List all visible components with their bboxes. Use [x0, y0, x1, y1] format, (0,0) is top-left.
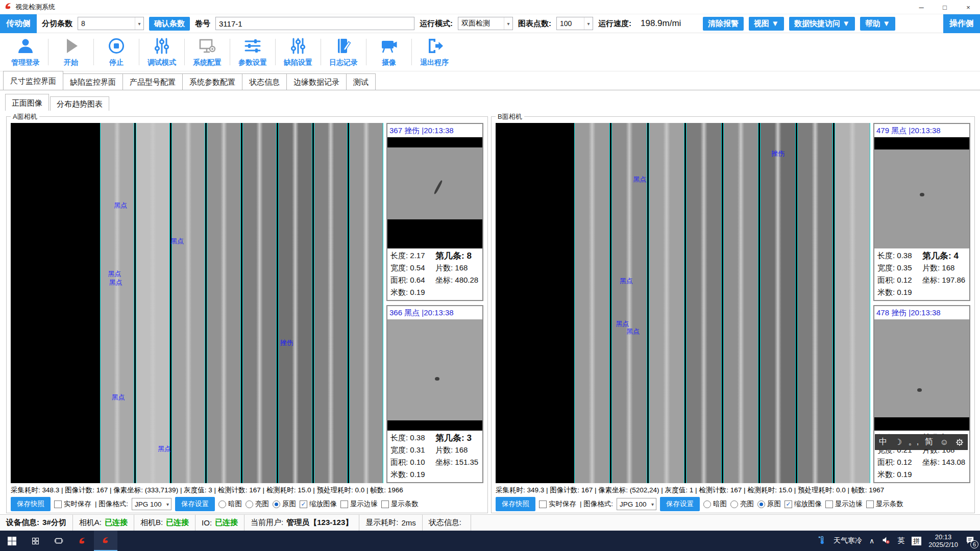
app-grid-icon[interactable]: [23, 531, 47, 551]
film-strip: [100, 123, 134, 483]
defect-card-header: 478 挫伤 |20:13:38: [874, 306, 969, 319]
sub-tab-1[interactable]: 正面图像: [5, 94, 49, 111]
radio-1[interactable]: 暗图: [218, 499, 242, 509]
save-settings-button[interactable]: 保存设置: [660, 497, 700, 511]
notification-center-icon[interactable]: 6: [965, 535, 975, 546]
toolbar-admin-login-button[interactable]: 管理登录: [3, 37, 48, 67]
camera-b-panel: B面相机挫伤黑点黑点黑点黑点479 黑点 |20:13:38长度: 0.38宽度…: [491, 116, 975, 513]
sub-tab-2[interactable]: 分布趋势图表: [50, 96, 109, 111]
chart-points-select[interactable]: 100 ▾: [556, 17, 593, 30]
panel-a-controls: 保存快照实时保存| 图像格式:JPG 100▾保存设置暗图亮图原图✓缩放图像显示…: [11, 496, 485, 512]
roll-label: 卷号: [195, 19, 210, 29]
toolbar-capture-button[interactable]: 摄像: [366, 37, 411, 67]
main-tab-5[interactable]: 状态信息: [242, 73, 287, 90]
toolbar-defect-settings-button[interactable]: 缺陷设置: [276, 37, 321, 67]
toolbar-log-record-button[interactable]: 日志记录: [321, 37, 366, 67]
main-tab-6[interactable]: 边缘数据记录: [286, 73, 347, 90]
ime-punctuation-icon[interactable]: 。,: [907, 436, 920, 449]
toolbar-stop-button[interactable]: 停止: [94, 37, 139, 67]
defect-card[interactable]: 366 黑点 |20:13:38长度: 0.38宽度: 0.31面积: 0.10…: [386, 305, 483, 483]
status-segment-value: 管理员【123-123】: [286, 518, 353, 528]
main-tab-4[interactable]: 系统参数配置: [182, 73, 242, 90]
defect-card[interactable]: 367 挫伤 |20:13:38长度: 2.17宽度: 0.54面积: 0.64…: [386, 123, 483, 301]
defect-card[interactable]: 478 挫伤 |20:13:38长度: 0.57宽度: 0.21面积: 0.12…: [873, 305, 970, 483]
toolbar-exit-program-label: 退出程序: [420, 58, 449, 67]
image-format-label: | 图像格式:: [95, 499, 128, 509]
image-format-label: | 图像格式:: [580, 499, 613, 509]
defect-card[interactable]: 479 黑点 |20:13:38长度: 0.38宽度: 0.35面积: 0.12…: [873, 123, 970, 301]
task-view-icon[interactable]: [47, 531, 70, 551]
slit-count-select[interactable]: 8 ▾: [78, 17, 144, 30]
save-snapshot-button[interactable]: 保存快照: [11, 497, 51, 511]
status-segment-label: 状态信息:: [429, 518, 461, 528]
save-settings-button[interactable]: 保存设置: [175, 497, 215, 511]
weather-thermometer-icon[interactable]: [818, 536, 826, 546]
running-app-icon[interactable]: [94, 531, 117, 551]
ime-fullwidth-icon[interactable]: ☽: [892, 436, 905, 449]
user-icon: [16, 37, 35, 57]
ime-mode-badge[interactable]: 拼: [912, 537, 921, 545]
defect-card-header: 366 黑点 |20:13:38: [387, 306, 482, 319]
realtime-save-checkbox[interactable]: 实时保存: [54, 499, 91, 509]
radio-2[interactable]: 亮图: [730, 499, 754, 509]
close-button[interactable]: ×: [957, 0, 980, 14]
operate-side-button[interactable]: 操作侧: [943, 14, 980, 33]
defect-stats: 长度: 2.17宽度: 0.54面积: 0.64米数: 0.19第几条: 8片数…: [387, 248, 482, 300]
stat-right: 片数: 168: [435, 445, 479, 455]
sliders-v-icon: [289, 37, 307, 57]
radio-1[interactable]: 暗图: [703, 499, 727, 509]
radio-pip: [275, 503, 278, 506]
confirm-count-button[interactable]: 确认条数: [149, 17, 190, 31]
main-tab-2[interactable]: 缺陷监控界面: [63, 73, 123, 90]
pinned-app-icon[interactable]: [70, 531, 94, 551]
drive-side-button[interactable]: 传动侧: [0, 14, 37, 33]
main-tab-3[interactable]: 产品型号配置: [122, 73, 183, 90]
save-snapshot-button[interactable]: 保存快照: [496, 497, 535, 511]
image-format-select[interactable]: JPG 100▾: [617, 498, 656, 510]
stat-right: 第几条: 4: [922, 250, 966, 262]
start-button[interactable]: [0, 531, 23, 551]
ime-settings-gear-icon[interactable]: [953, 436, 966, 449]
language-indicator[interactable]: 英: [897, 536, 904, 545]
log-icon: [334, 37, 353, 57]
toolbar-exit-program-button[interactable]: 退出程序: [412, 37, 457, 67]
taskbar-clock[interactable]: 20:132025/2/10: [928, 533, 958, 548]
main-tab-7[interactable]: 测试: [346, 73, 376, 90]
clear-alarm-button[interactable]: 清除报警: [703, 17, 744, 31]
minimize-button[interactable]: ─: [910, 0, 933, 14]
chart-points-value: 100: [560, 19, 572, 28]
ime-emoji-icon[interactable]: ☺: [938, 436, 951, 449]
ime-simplified-toggle[interactable]: 简: [922, 436, 936, 449]
toolbar-system-config-button[interactable]: 系统配置: [185, 37, 230, 67]
radio-2[interactable]: 亮图: [246, 499, 269, 509]
radio-3[interactable]: 原图: [273, 499, 296, 509]
checkbox-option[interactable]: ✓缩放图像: [785, 499, 822, 509]
main-tab-1[interactable]: 尺寸监控界面: [3, 71, 63, 90]
volume-muted-icon[interactable]: [881, 536, 890, 546]
device-info-label: 设备信息:: [6, 518, 39, 528]
image-format-select[interactable]: JPG 100▾: [132, 498, 172, 510]
ime-lang-toggle[interactable]: 中: [876, 436, 890, 449]
radio-3[interactable]: 原图: [757, 499, 781, 509]
toolbar-start-button[interactable]: 开始: [48, 37, 93, 67]
help-menu-button[interactable]: 帮助 ▼: [860, 17, 895, 31]
data-quick-access-button[interactable]: 数据快捷访问 ▼: [789, 17, 855, 31]
checkbox-option[interactable]: 显示边缘: [340, 499, 378, 509]
maximize-button[interactable]: □: [933, 0, 957, 14]
defect-crop-image: [387, 137, 482, 248]
defect-card-header: 367 挫伤 |20:13:38: [387, 124, 482, 137]
checkbox-option[interactable]: 显示条数: [381, 499, 419, 509]
checkbox-option[interactable]: ✓缩放图像: [300, 499, 337, 509]
defect-label: 挫伤: [280, 338, 293, 347]
roll-number-input[interactable]: [215, 17, 414, 30]
run-mode-select[interactable]: 双面检测 ▾: [458, 17, 513, 30]
toolbar-debug-mode-button[interactable]: 调试模式: [139, 37, 184, 67]
tray-expand-chevron-icon[interactable]: ∧: [869, 537, 874, 545]
toolbar-param-settings-button[interactable]: 参数设置: [230, 37, 275, 67]
checkbox-option[interactable]: 显示条数: [866, 499, 903, 509]
checkbox-option[interactable]: 显示边缘: [825, 499, 863, 509]
realtime-save-checkbox[interactable]: 实时保存: [539, 499, 576, 509]
exit-icon: [425, 37, 444, 57]
view-menu-button[interactable]: 视图 ▼: [749, 17, 784, 31]
stat-right: 坐标: 143.08: [922, 458, 966, 467]
